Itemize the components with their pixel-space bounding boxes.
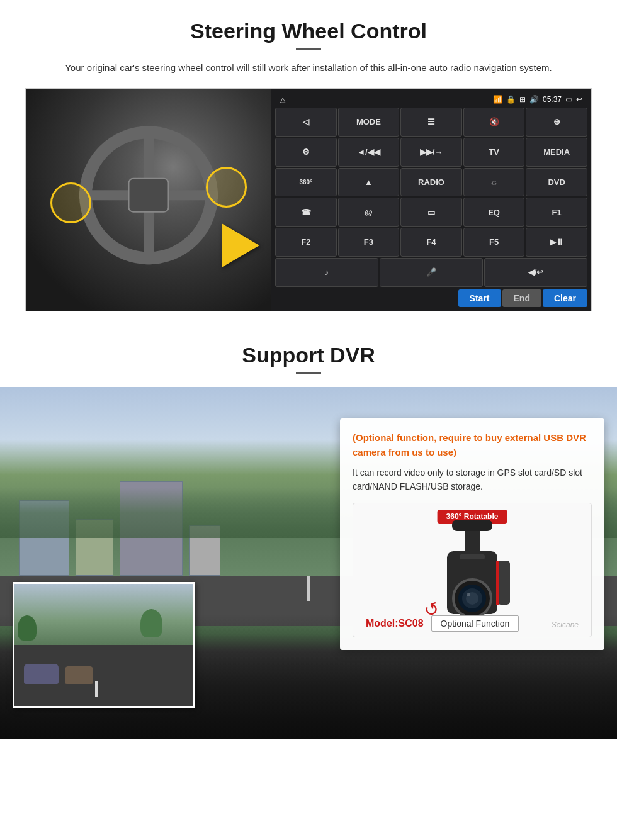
section1-description: Your original car's steering wheel contr… [38,60,579,76]
camera-svg [397,517,548,624]
section1-divider [296,48,321,50]
btn-f3[interactable]: F3 [338,228,400,257]
back-icon: ↩ [576,95,582,104]
dvd-label: DVD [548,177,565,188]
clear-button[interactable]: Clear [543,289,587,307]
dvr-camera-frame: 360° Rotatable [353,503,592,637]
f4-label: F4 [426,237,436,247]
btn-tv[interactable]: TV [463,138,525,167]
start-button[interactable]: Start [458,289,501,307]
nav-icon: ◁ [303,117,309,127]
eq-label: EQ [488,208,500,218]
btn-apps[interactable]: ⊕ [526,108,587,137]
panel-row-5: F2 F3 F4 F5 ▶⏸ [275,228,587,257]
btn-screen[interactable]: ▭ [400,198,462,227]
dvr-inset-photo [13,582,195,708]
dvr-description: It can record video only to storage in G… [353,466,592,494]
lock-icon: 🔒 [506,95,516,104]
btn-web[interactable]: @ [338,198,400,227]
f5-label: F5 [489,237,499,247]
dvr-bottom-bar: Model:SC08 Optional Function [366,615,579,637]
f3-label: F3 [364,237,373,247]
section2-divider [296,372,321,374]
svg-rect-3 [497,561,510,605]
btn-f1[interactable]: F1 [526,198,587,227]
media-label: MEDIA [543,147,570,157]
btn-prev[interactable]: ◄/◀◀ [338,138,400,167]
svg-point-9 [467,593,470,596]
btn-f5[interactable]: F5 [463,228,525,257]
btn-mode[interactable]: MODE [338,108,400,137]
steering-wheel-photo [26,89,271,311]
btn-dvd[interactable]: DVD [526,168,587,197]
menu-icon: ☰ [427,117,435,127]
btn-radio[interactable]: RADIO [400,168,462,197]
btn-brightness[interactable]: ☼ [463,168,525,197]
f1-label: F1 [552,208,562,218]
end-button[interactable]: End [502,289,541,307]
steering-wheel-section: Steering Wheel Control Your original car… [0,0,617,324]
model-label: Model:SC08 [366,618,424,629]
web-icon: @ [365,208,373,218]
btn-mic[interactable]: 🎤 [380,258,483,287]
status-time: 05:37 [543,95,562,104]
btn-media[interactable]: MEDIA [526,138,587,167]
section2-title: Support DVR [25,343,592,367]
home-icon: △ [280,96,285,104]
btn-playpause[interactable]: ▶⏸ [526,228,587,257]
swc-composite: △ 📶 🔒 ⊞ 🔊 05:37 ▭ ↩ ◁ MODE ☰ 🔇 ⊕ [25,88,592,311]
audio-icon: 🔊 [529,95,539,104]
panel-row-3: 360° ▲ RADIO ☼ DVD [275,168,587,197]
btn-menu[interactable]: ☰ [400,108,462,137]
dvr-section: Support DVR [0,324,617,739]
control-panel: △ 📶 🔒 ⊞ 🔊 05:37 ▭ ↩ ◁ MODE ☰ 🔇 ⊕ [271,89,591,311]
next-icon: ▶▶/→ [420,147,443,157]
panel-bottom-row: Start End Clear [275,288,587,307]
music-icon: ♪ [325,267,329,277]
btn-360[interactable]: 360° [275,168,337,197]
btn-f4[interactable]: F4 [400,228,462,257]
mode-label: MODE [356,117,381,127]
optional-function-badge: Optional Function [431,615,519,632]
btn-eject[interactable]: ▲ [338,168,400,197]
wifi-icon: 📶 [493,95,502,104]
panel-row-1: ◁ MODE ☰ 🔇 ⊕ [275,108,587,137]
highlight-circle-left [50,182,91,223]
svg-rect-1 [452,520,492,531]
dvr-info-card: (Optional function, require to buy exter… [340,418,604,650]
eject-icon: ▲ [365,177,373,188]
phone-icon: ☎ [301,208,311,218]
dvr-photo-background: (Optional function, require to buy exter… [0,387,617,739]
panel-row-2: ⚙ ◄/◀◀ ▶▶/→ TV MEDIA [275,138,587,167]
btn-mute[interactable]: 🔇 [463,108,525,137]
f2-label: F2 [301,237,310,247]
panel-row-4: ☎ @ ▭ EQ F1 [275,198,587,227]
volprev-icon: ◀/↩ [528,267,544,277]
btn-settings[interactable]: ⚙ [275,138,337,167]
btn-eq[interactable]: EQ [463,198,525,227]
btn-volprev[interactable]: ◀/↩ [484,258,587,287]
mute-icon: 🔇 [489,117,499,127]
prev-icon: ◄/◀◀ [357,147,380,157]
btn-next[interactable]: ▶▶/→ [400,138,462,167]
dvr-optional-note: (Optional function, require to buy exter… [353,431,592,459]
btn-nav[interactable]: ◁ [275,108,337,137]
window-icon: ▭ [565,95,572,104]
dvr-title-area: Support DVR [0,324,617,387]
tv-label: TV [489,147,499,157]
screen-icon: ▭ [427,208,435,218]
apps-icon: ⊕ [553,117,560,127]
settings-icon: ⚙ [302,147,310,157]
svg-rect-4 [496,561,499,605]
mic-icon: 🎤 [426,267,436,277]
radio-label: RADIO [418,177,444,188]
btn-f2[interactable]: F2 [275,228,337,257]
360-icon: 360° [299,179,312,186]
highlight-circle-right [206,167,247,208]
btn-music[interactable]: ♪ [275,258,378,287]
btn-phone[interactable]: ☎ [275,198,337,227]
panel-statusbar: △ 📶 🔒 ⊞ 🔊 05:37 ▭ ↩ [275,92,587,106]
direction-arrow [222,223,259,267]
brightness-icon: ☼ [490,177,498,188]
playpause-icon: ▶⏸ [550,237,564,247]
